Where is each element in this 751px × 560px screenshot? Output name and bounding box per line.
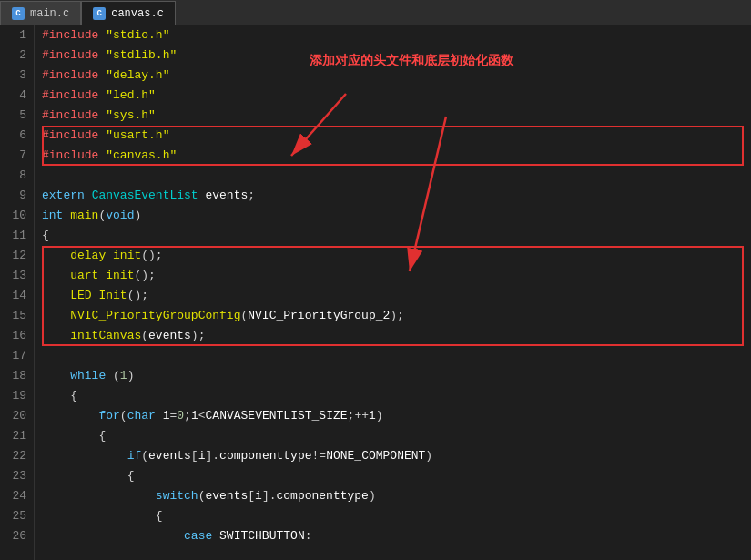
ln-22: 22 [7, 446, 26, 466]
ln-6: 6 [7, 126, 26, 146]
ln-23: 23 [7, 466, 26, 486]
code-line-16: initCanvas(events); [35, 326, 751, 346]
code-line-17 [35, 346, 751, 366]
code-line-9: extern CanvasEventList events; [35, 186, 751, 206]
ln-11: 11 [7, 226, 26, 246]
code-line-26: case SWITCHBUTTON: [35, 526, 751, 546]
ln-12: 12 [7, 246, 26, 266]
tab-label-main: main.c [30, 7, 69, 20]
ln-25: 25 [7, 506, 26, 526]
ln-18: 18 [7, 366, 26, 386]
code-line-12: delay_init(); [35, 246, 751, 266]
code-line-5: #include "sys.h" [35, 106, 751, 126]
ln-14: 14 [7, 286, 26, 306]
code-line-24: switch(events[i].componenttype) [35, 486, 751, 506]
ln-7: 7 [7, 146, 26, 166]
ln-4: 4 [7, 86, 26, 106]
ln-17: 17 [7, 346, 26, 366]
ln-5: 5 [7, 106, 26, 126]
ln-15: 15 [7, 306, 26, 326]
ln-13: 13 [7, 266, 26, 286]
ln-26: 26 [7, 526, 26, 546]
code-line-14: LED_Init(); [35, 286, 751, 306]
tab-bar: C main.c C canvas.c [0, 0, 751, 25]
code-line-23: { [35, 466, 751, 486]
code-line-25: { [35, 506, 751, 526]
ln-20: 20 [7, 406, 26, 426]
code-line-15: NVIC_PriorityGroupConfig(NVIC_PriorityGr… [35, 306, 751, 326]
code-line-6: #include "usart.h" [35, 126, 751, 146]
ln-2: 2 [7, 46, 26, 66]
code-line-2: #include "stdlib.h" [35, 46, 751, 66]
code-line-18: while (1) [35, 366, 751, 386]
code-line-22: if(events[i].componenttype!=NONE_COMPONE… [35, 446, 751, 466]
ln-3: 3 [7, 66, 26, 86]
ln-9: 9 [7, 186, 26, 206]
code-line-13: uart_init(); [35, 266, 751, 286]
code-line-11: { [35, 226, 751, 246]
code-line-8 [35, 166, 751, 186]
code-line-20: for(char i=0;i<CANVASEVENTLIST_SIZE;++i) [35, 406, 751, 426]
ln-21: 21 [7, 426, 26, 446]
tab-icon-main: C [12, 7, 25, 20]
editor: 1 2 3 4 5 6 7 8 9 10 11 12 13 14 15 16 1… [0, 25, 751, 560]
ln-16: 16 [7, 326, 26, 346]
ln-24: 24 [7, 486, 26, 506]
ln-10: 10 [7, 206, 26, 226]
code-line-10: int main(void) [35, 206, 751, 226]
code-area[interactable]: #include "stdio.h" #include "stdlib.h" #… [35, 25, 751, 560]
code-line-3: #include "delay.h" [35, 66, 751, 86]
code-line-7: #include "canvas.h" [35, 146, 751, 166]
code-line-19: { [35, 386, 751, 406]
code-line-1: #include "stdio.h" [35, 25, 751, 46]
ln-1: 1 [7, 25, 26, 46]
code-line-21: { [35, 426, 751, 446]
tab-label-canvas: canvas.c [111, 7, 164, 20]
ln-19: 19 [7, 386, 26, 406]
tab-canvas-c[interactable]: C canvas.c [81, 1, 176, 25]
tab-main-c[interactable]: C main.c [0, 1, 81, 25]
code-line-4: #include "led.h" [35, 86, 751, 106]
ln-8: 8 [7, 166, 26, 186]
tab-icon-canvas: C [93, 7, 106, 20]
line-numbers: 1 2 3 4 5 6 7 8 9 10 11 12 13 14 15 16 1… [0, 25, 35, 560]
